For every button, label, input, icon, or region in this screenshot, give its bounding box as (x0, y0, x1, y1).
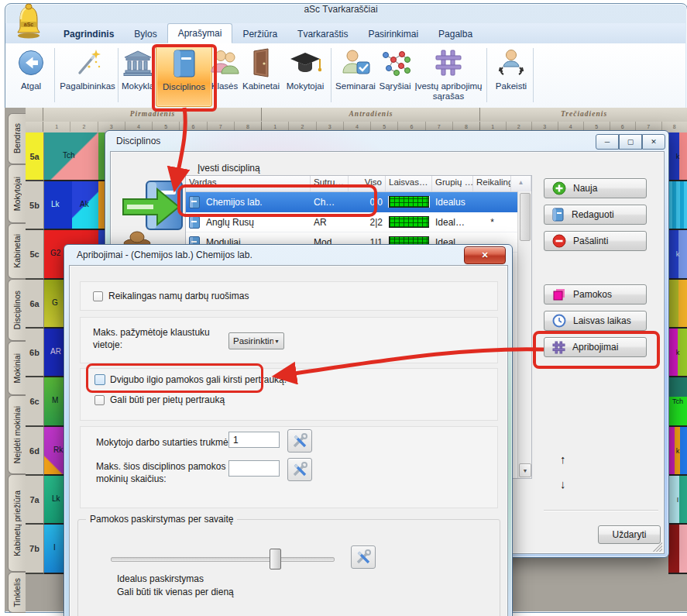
move-up-button[interactable]: ↑ (560, 453, 566, 466)
class-row-label[interactable]: 5c (26, 230, 44, 280)
lesson-cell[interactable]: LkAk (44, 181, 105, 230)
app-bell-icon[interactable]: aSc (14, 3, 43, 43)
sidetab-mokytojai[interactable]: Mokytojai (8, 164, 26, 223)
tab-pagalba[interactable]: Pagalba (428, 25, 483, 43)
sidetab-disciplinos[interactable]: Disciplinos (8, 279, 26, 341)
max-students-tools-button[interactable] (287, 458, 312, 481)
close-button[interactable]: ✕ (464, 246, 506, 264)
tab-aprasymai[interactable]: Aprašymai (167, 23, 233, 43)
sidetab-kabinetu-prieziura[interactable]: Kabinetų priežiūra (8, 474, 26, 572)
sidetab-kabinetai[interactable]: Kabinetai (8, 223, 26, 279)
lesson-cell[interactable]: k (668, 427, 687, 476)
toolbar-button-klases[interactable]: Klasės (211, 45, 239, 105)
contract-input[interactable] (228, 432, 280, 448)
maximize-button[interactable]: ▢ (619, 134, 642, 150)
lesson-label: G2 (50, 249, 60, 257)
toolbar-button-ivestu-apribojimu-sarasas[interactable]: Įvestų apribojimų sąrašas (413, 45, 484, 105)
sidetab-neideti-mokiniai[interactable]: Neįdėti mokiniai (8, 395, 26, 474)
toolbar-button-disciplinos[interactable]: Disciplinos (156, 45, 212, 107)
sidetab-mokiniai[interactable]: Mokiniai (8, 341, 26, 395)
toolbar-button-mokykla[interactable]: Mokykla (119, 45, 156, 105)
day-header-band: Pirmadienis Antradienis Trečiadienis (26, 108, 687, 122)
close-button[interactable]: ✕ (642, 134, 665, 150)
redaguoti-button[interactable]: Redaguoti (544, 205, 647, 225)
lesson-cell[interactable]: Tch (668, 377, 687, 427)
toolbar-button-pagalbininkas[interactable]: Pagalbininkas (59, 45, 116, 105)
table-scrollbar[interactable]: ▼ (517, 191, 531, 478)
class-row-label[interactable]: 7a (26, 476, 44, 525)
toolbar-separator (533, 48, 534, 102)
button-label: Apribojimai (572, 342, 618, 353)
max-marked-dropdown[interactable]: Pasirinktina ▼ (228, 332, 284, 349)
distribution-slider-track[interactable] (111, 557, 335, 562)
uzdaryti-button[interactable]: Uždaryti (598, 525, 661, 544)
lesson-cell[interactable]: k (668, 329, 687, 377)
toolbar-button-mokytojai[interactable]: Mokytojai (283, 45, 327, 105)
pasalinti-button[interactable]: Pašalinti (544, 231, 647, 251)
column-header[interactable]: Sutru… (311, 176, 349, 191)
pamokos-button[interactable]: Pamokos (544, 284, 647, 305)
apribojimai-button[interactable]: Apribojimai (544, 337, 647, 357)
column-header[interactable]: Laisvas… (386, 176, 432, 191)
toolbar-button-atgal[interactable]: Atgal (11, 45, 51, 105)
class-row-label[interactable]: 6b (26, 329, 44, 377)
lesson-cell[interactable] (668, 181, 687, 230)
column-header[interactable]: Viso (349, 176, 386, 191)
class-row-label[interactable]: 5a (26, 132, 44, 181)
laisvas-laikas-button[interactable]: Laisvas laikas (544, 311, 647, 331)
class-row-label[interactable]: 6c (26, 377, 44, 427)
toolbar-button-pakeisti[interactable]: Pakeisti (492, 45, 531, 105)
toolbar-separator (486, 48, 487, 102)
day-header: Trečiadienis (479, 108, 687, 121)
sidetab-bendras[interactable]: Bendras (8, 113, 26, 164)
class-row-label[interactable]: 6a (26, 280, 44, 329)
resize-grip[interactable] (653, 542, 662, 552)
nauja-button[interactable]: Nauja (544, 178, 647, 198)
students-icon (209, 45, 240, 81)
lesson-cell[interactable]: k (668, 230, 687, 280)
toolbar-button-label: Klasės (211, 81, 239, 91)
intro-label: Įvesti discipliną (198, 163, 260, 175)
tab-pasirinkimai[interactable]: Pasirinkimai (358, 25, 428, 43)
lesson-cell[interactable]: I (668, 476, 687, 525)
column-header[interactable]: Reikaling (473, 176, 511, 191)
table-row-chemijos-lab[interactable]: Chemijos lab. Ch… 0|0 Idealus (186, 192, 531, 212)
tab-tvarkarastis[interactable]: Tvarkaraštis (287, 25, 358, 43)
scrollbar-thumb[interactable] (520, 193, 531, 241)
lunch-break-checkbox[interactable] (94, 395, 105, 405)
distribution-tools-button[interactable] (351, 545, 376, 569)
lesson-cell[interactable]: k (668, 132, 687, 181)
distribution-slider-thumb[interactable] (270, 549, 281, 570)
lesson-cell[interactable] (668, 280, 687, 329)
class-row-label[interactable]: 7b (26, 525, 44, 574)
app-root: aSc Tvarkaraščiai Pagrindinis Bylos Apra… (0, 0, 687, 616)
move-down-button[interactable]: ↓ (560, 477, 566, 490)
class-row-label[interactable]: 6d (26, 427, 44, 476)
double-lessons-checkbox[interactable] (94, 374, 105, 385)
contract-tools-button[interactable] (287, 429, 312, 453)
minimize-button[interactable]: ─ (596, 134, 619, 150)
class-row-label[interactable]: 5b (26, 181, 44, 230)
table-row-anglu-rusu[interactable]: Anglų Rusų AR 2|2 Ideal… * (186, 212, 531, 232)
toolbar-button-sarysiai[interactable]: Sąryšiai (377, 45, 413, 105)
toolbar-button-seminarai[interactable]: Seminarai (335, 45, 376, 105)
contract-panel: Mokytojo darbo sutarties trukmė: Maks. š… (80, 426, 498, 508)
max-students-input[interactable] (228, 460, 280, 477)
lesson-cell[interactable]: Tch (44, 132, 105, 181)
column-header[interactable]: Grupių … (432, 176, 473, 191)
homework-checkbox[interactable] (93, 291, 103, 301)
network-graph-icon (378, 45, 412, 81)
sort-asc-icon[interactable]: ▲ (511, 176, 531, 191)
lesson-cell[interactable] (668, 525, 687, 574)
tab-pagrindinis[interactable]: Pagrindinis (53, 25, 124, 43)
sidetab-tinklelis[interactable]: Tinklelis (8, 572, 26, 613)
tab-bylos[interactable]: Bylos (124, 25, 167, 43)
toolbar-button-kabinetai[interactable]: Kabinetai (239, 45, 283, 105)
divider (544, 510, 658, 511)
tab-perziura[interactable]: Peržiūra (232, 25, 287, 43)
svg-text:aSc: aSc (24, 22, 34, 27)
scroll-down-button[interactable]: ▼ (519, 463, 531, 477)
column-header[interactable]: Vardas (186, 176, 311, 191)
lesson-label: AR (50, 347, 61, 356)
max-students-label: Maks. šios disciplinos pamokos mokinių s… (96, 461, 243, 485)
